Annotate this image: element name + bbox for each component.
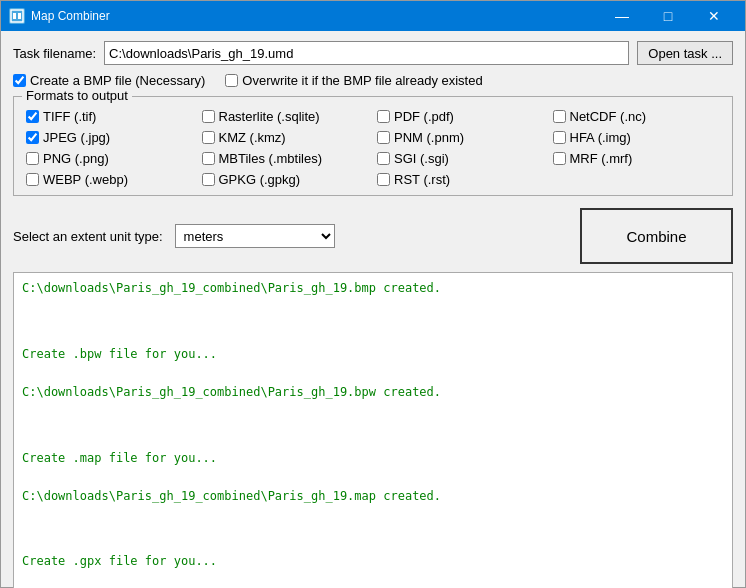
format-checkbox-14[interactable] (377, 173, 390, 186)
format-label-9: MBTiles (.mbtiles) (219, 151, 323, 166)
create-bmp-label: Create a BMP file (Necessary) (30, 73, 205, 88)
format-item-4[interactable]: JPEG (.jpg) (26, 130, 194, 145)
maximize-button[interactable]: □ (645, 1, 691, 31)
format-label-13: GPKG (.gpkg) (219, 172, 301, 187)
format-label-5: KMZ (.kmz) (219, 130, 286, 145)
task-label: Task filename: (13, 46, 96, 61)
format-checkbox-4[interactable] (26, 131, 39, 144)
format-checkbox-7[interactable] (553, 131, 566, 144)
overwrite-checkbox[interactable] (225, 74, 238, 87)
format-item-3[interactable]: NetCDF (.nc) (553, 109, 721, 124)
format-item-13[interactable]: GPKG (.gpkg) (202, 172, 370, 187)
app-icon (9, 8, 25, 24)
output-line (22, 317, 724, 325)
format-checkbox-9[interactable] (202, 152, 215, 165)
format-checkbox-12[interactable] (26, 173, 39, 186)
window-title: Map Combiner (31, 9, 599, 23)
format-item-0[interactable]: TIFF (.tif) (26, 109, 194, 124)
format-label-6: PNM (.pnm) (394, 130, 464, 145)
format-item-9[interactable]: MBTiles (.mbtiles) (202, 151, 370, 166)
format-item-14[interactable]: RST (.rst) (377, 172, 545, 187)
title-bar: Map Combiner — □ ✕ (1, 1, 745, 31)
output-line: Create .map file for you... (22, 449, 724, 468)
format-item-12[interactable]: WEBP (.webp) (26, 172, 194, 187)
format-checkbox-8[interactable] (26, 152, 39, 165)
format-checkbox-1[interactable] (202, 110, 215, 123)
close-button[interactable]: ✕ (691, 1, 737, 31)
open-task-button[interactable]: Open task ... (637, 41, 733, 65)
task-filename-input[interactable] (104, 41, 629, 65)
formats-legend: Formats to output (22, 88, 132, 103)
combine-button[interactable]: Combine (580, 208, 733, 264)
format-label-8: PNG (.png) (43, 151, 109, 166)
format-item-8[interactable]: PNG (.png) (26, 151, 194, 166)
app-window: Map Combiner — □ ✕ Task filename: Open t… (0, 0, 746, 588)
window-controls: — □ ✕ (599, 1, 737, 31)
create-bmp-checkbox-label[interactable]: Create a BMP file (Necessary) (13, 73, 205, 88)
format-item-7[interactable]: HFA (.img) (553, 130, 721, 145)
options-row: Create a BMP file (Necessary) Overwrite … (13, 73, 733, 88)
format-label-0: TIFF (.tif) (43, 109, 96, 124)
format-item-5[interactable]: KMZ (.kmz) (202, 130, 370, 145)
formats-group: Formats to output TIFF (.tif)Rasterlite … (13, 96, 733, 196)
format-checkbox-3[interactable] (553, 110, 566, 123)
svg-rect-0 (11, 10, 23, 22)
format-label-7: HFA (.img) (570, 130, 631, 145)
overwrite-label: Overwrite it if the BMP file already exi… (242, 73, 482, 88)
format-checkbox-13[interactable] (202, 173, 215, 186)
format-item-10[interactable]: SGI (.sgi) (377, 151, 545, 166)
format-checkbox-11[interactable] (553, 152, 566, 165)
format-item-2[interactable]: PDF (.pdf) (377, 109, 545, 124)
format-item-11[interactable]: MRF (.mrf) (553, 151, 721, 166)
output-line (22, 525, 724, 533)
output-line (22, 421, 724, 429)
format-label-14: RST (.rst) (394, 172, 450, 187)
format-item-1[interactable]: Rasterlite (.sqlite) (202, 109, 370, 124)
format-checkbox-10[interactable] (377, 152, 390, 165)
task-row: Task filename: Open task ... (13, 41, 733, 65)
output-line: C:\downloads\Paris_gh_19_combined\Paris_… (22, 383, 724, 402)
output-line: C:\downloads\Paris_gh_19_combined\Paris_… (22, 279, 724, 298)
minimize-button[interactable]: — (599, 1, 645, 31)
overwrite-checkbox-label[interactable]: Overwrite it if the BMP file already exi… (225, 73, 482, 88)
output-area: C:\downloads\Paris_gh_19_combined\Paris_… (13, 272, 733, 588)
bottom-row: Select an extent unit type: metersdegree… (13, 208, 733, 264)
format-label-10: SGI (.sgi) (394, 151, 449, 166)
extent-select[interactable]: metersdegreespixels (175, 224, 335, 248)
format-label-2: PDF (.pdf) (394, 109, 454, 124)
svg-rect-1 (13, 13, 16, 19)
output-line: Create .bpw file for you... (22, 345, 724, 364)
main-content: Task filename: Open task ... Create a BM… (1, 31, 745, 588)
format-label-11: MRF (.mrf) (570, 151, 633, 166)
format-checkbox-5[interactable] (202, 131, 215, 144)
format-label-4: JPEG (.jpg) (43, 130, 110, 145)
format-checkbox-2[interactable] (377, 110, 390, 123)
extent-label: Select an extent unit type: (13, 229, 163, 244)
format-checkbox-0[interactable] (26, 110, 39, 123)
create-bmp-checkbox[interactable] (13, 74, 26, 87)
svg-rect-2 (18, 13, 21, 19)
format-label-1: Rasterlite (.sqlite) (219, 109, 320, 124)
output-line: C:\downloads\Paris_gh_19_combined\Paris_… (22, 487, 724, 506)
formats-grid: TIFF (.tif)Rasterlite (.sqlite)PDF (.pdf… (26, 109, 720, 187)
format-checkbox-6[interactable] (377, 131, 390, 144)
format-item-6[interactable]: PNM (.pnm) (377, 130, 545, 145)
output-line: Create .gpx file for you... (22, 552, 724, 571)
format-label-12: WEBP (.webp) (43, 172, 128, 187)
format-label-3: NetCDF (.nc) (570, 109, 647, 124)
